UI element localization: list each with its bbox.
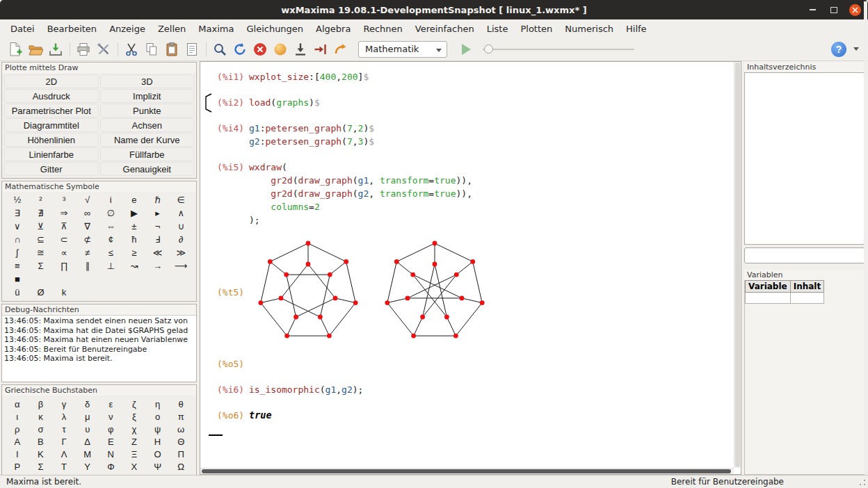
- configure-button[interactable]: [94, 40, 113, 58]
- symbol-button[interactable]: [146, 273, 170, 286]
- symbol-button[interactable]: ³: [52, 193, 76, 206]
- greek-letter-button[interactable]: μ: [76, 410, 99, 423]
- greek-letter-button[interactable]: ι: [6, 410, 29, 423]
- symbol-button[interactable]: ▶: [122, 206, 146, 220]
- toolbar-overflow-button[interactable]: [851, 40, 861, 58]
- symbol-button[interactable]: ⊥: [99, 259, 123, 273]
- greek-letter-button[interactable]: π: [169, 410, 193, 423]
- symbol-button[interactable]: ∂: [169, 233, 193, 246]
- vertical-scrollbar-thumb[interactable]: [735, 63, 740, 467]
- worksheet-cell[interactable]: (%i5)wxdraw( gr2d(draw_graph(g1, transfo…: [217, 161, 734, 227]
- symbol-button[interactable]: ∃: [6, 206, 29, 220]
- close-button[interactable]: [849, 4, 861, 16]
- show-questions-button[interactable]: [331, 40, 350, 58]
- symbol-button[interactable]: ∥: [76, 259, 99, 273]
- draw-command-button[interactable]: Gitter: [4, 162, 99, 176]
- symbol-button[interactable]: ∈: [169, 193, 193, 206]
- print-button[interactable]: [74, 40, 93, 58]
- menu-item[interactable]: Gleichungen: [240, 21, 310, 37]
- symbol-button[interactable]: ≪: [146, 246, 170, 259]
- greek-letter-button[interactable]: T: [52, 460, 76, 473]
- symbol-button[interactable]: ≤: [99, 246, 123, 259]
- greek-letter-button[interactable]: ο: [146, 410, 170, 423]
- greek-letter-button[interactable]: Δ: [76, 435, 99, 448]
- menu-item[interactable]: Algebra: [310, 21, 357, 37]
- menu-item[interactable]: Liste: [481, 21, 515, 37]
- variables-table[interactable]: Variable Inhalt: [745, 280, 824, 304]
- greek-letter-button[interactable]: ω: [169, 423, 193, 435]
- greek-letter-button[interactable]: κ: [29, 410, 53, 423]
- symbol-button[interactable]: ∫: [6, 246, 29, 259]
- greek-letter-button[interactable]: ψ: [146, 423, 170, 435]
- draw-command-button[interactable]: Parametrischer Plot: [4, 104, 99, 117]
- greek-letter-button[interactable]: Θ: [169, 435, 193, 448]
- symbol-button[interactable]: ▸: [146, 206, 170, 220]
- symbol-button[interactable]: ∝: [52, 246, 76, 259]
- greek-letter-button[interactable]: δ: [76, 398, 99, 410]
- symbol-button[interactable]: ⟶: [169, 259, 193, 273]
- interrupt-button[interactable]: [250, 40, 269, 58]
- cell-type-select[interactable]: Mathematik: [358, 41, 447, 58]
- worksheet-cell[interactable]: (%i1)wxplot_size:[400,200]$: [217, 70, 734, 83]
- greek-letter-button[interactable]: ε: [99, 398, 123, 410]
- greek-letter-button[interactable]: A: [6, 435, 29, 448]
- symbol-button[interactable]: ⊂: [52, 233, 76, 246]
- menu-item[interactable]: Bearbeiten: [41, 21, 103, 37]
- symbol-button[interactable]: ≫: [169, 246, 193, 259]
- greek-letter-button[interactable]: X: [122, 460, 146, 473]
- worksheet-cell[interactable]: (%t5): [217, 239, 734, 345]
- greek-letter-button[interactable]: Ψ: [146, 460, 170, 473]
- draw-command-button[interactable]: Genauigkeit: [100, 162, 195, 176]
- greek-letter-button[interactable]: λ: [52, 410, 76, 423]
- symbol-button[interactable]: ⊆: [29, 233, 53, 246]
- greek-letter-button[interactable]: χ: [122, 423, 146, 435]
- symbol-button[interactable]: ⊻: [29, 220, 53, 233]
- greek-letter-button[interactable]: θ: [169, 398, 193, 410]
- minimize-button[interactable]: [806, 3, 819, 16]
- draw-command-button[interactable]: 2D: [4, 74, 99, 88]
- menu-item[interactable]: Datei: [4, 21, 41, 37]
- symbol-button[interactable]: ħ: [122, 233, 146, 246]
- symbol-button[interactable]: ²: [29, 193, 53, 206]
- greek-letter-button[interactable]: I: [6, 448, 29, 460]
- greek-letter-button[interactable]: O: [146, 448, 170, 460]
- draw-command-button[interactable]: Höhenlinien: [4, 133, 99, 147]
- worksheet-cell[interactable]: (%i4)g1:petersen_graph(7,2)$g2:petersen_…: [217, 122, 734, 148]
- greek-letter-button[interactable]: υ: [76, 423, 99, 435]
- worksheet-cell[interactable]: (%o5): [217, 357, 734, 371]
- copy-button[interactable]: [142, 40, 161, 58]
- animation-slider[interactable]: [483, 42, 634, 57]
- greek-letter-button[interactable]: Σ: [29, 460, 53, 473]
- symbol-button[interactable]: ≠: [76, 246, 99, 259]
- symbol-button[interactable]: ≥: [122, 246, 146, 259]
- toc-filter-input[interactable]: [744, 247, 867, 263]
- greek-letter-button[interactable]: Ξ: [122, 448, 146, 460]
- open-button[interactable]: [26, 40, 45, 58]
- greek-letter-button[interactable]: ξ: [122, 410, 146, 423]
- worksheet-cell[interactable]: (%i2)load(graphs)$: [217, 96, 734, 109]
- draw-command-button[interactable]: Name der Kurve: [100, 133, 195, 147]
- new-button[interactable]: [6, 40, 24, 58]
- paste-button[interactable]: [162, 40, 181, 58]
- symbol-button[interactable]: ∄: [29, 206, 53, 220]
- greek-letter-button[interactable]: K: [29, 448, 53, 460]
- greek-letter-button[interactable]: Λ: [52, 448, 76, 460]
- greek-letter-button[interactable]: γ: [52, 398, 76, 410]
- variable-name-cell[interactable]: [746, 293, 791, 304]
- symbol-button[interactable]: ≅: [29, 246, 53, 259]
- greek-letter-button[interactable]: Π: [169, 448, 193, 460]
- symbol-button[interactable]: ¬: [146, 220, 170, 233]
- worksheet[interactable]: (%i1)wxplot_size:[400,200]$(%i2)load(gra…: [200, 62, 734, 468]
- toc-list[interactable]: [744, 72, 867, 245]
- greek-letter-button[interactable]: β: [29, 398, 53, 410]
- greek-letter-button[interactable]: η: [146, 398, 170, 410]
- symbol-button[interactable]: [169, 273, 193, 286]
- greek-letter-button[interactable]: ν: [99, 410, 123, 423]
- draw-command-button[interactable]: 3D: [100, 74, 195, 88]
- variable-value-cell[interactable]: [790, 293, 824, 304]
- symbol-button[interactable]: ≡: [6, 259, 29, 273]
- maximize-button[interactable]: [828, 3, 840, 16]
- select-all-button[interactable]: [182, 40, 201, 58]
- debug-log[interactable]: 13:46:05: Maxima sendet einen neuen Satz…: [2, 315, 196, 382]
- symbol-button[interactable]: ¢: [99, 233, 123, 246]
